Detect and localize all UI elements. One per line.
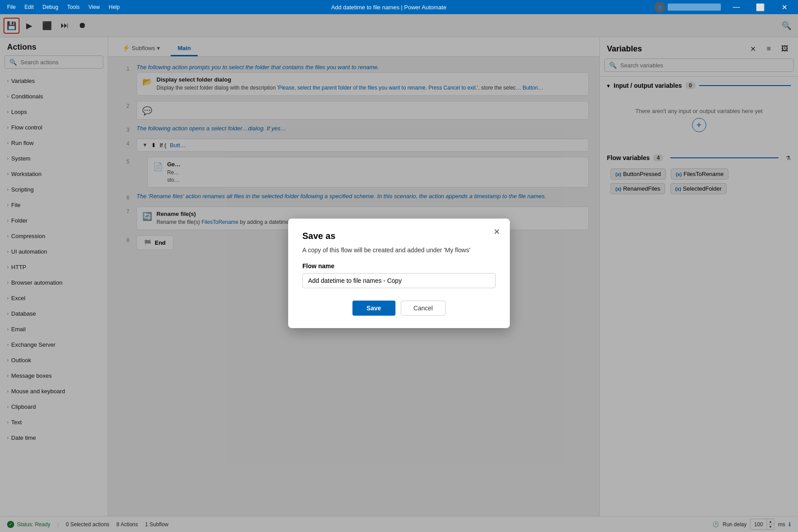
titlebar-menu: File Edit Debug Tools View Help (4, 2, 123, 12)
modal-buttons: Save Cancel (302, 301, 496, 316)
save-modal-button[interactable]: Save (352, 301, 395, 316)
maximize-button[interactable]: ⬜ (750, 0, 771, 14)
save-as-modal: Save as ✕ A copy of this flow will be cr… (288, 219, 510, 328)
modal-title: Save as (302, 231, 496, 241)
titlebar-left: File Edit Debug Tools View Help (4, 2, 123, 12)
window-controls: — ⬜ ✕ (726, 0, 794, 14)
close-button[interactable]: ✕ (774, 0, 794, 14)
user-name (668, 4, 721, 11)
user-avatar: 👤 (654, 2, 665, 12)
menu-debug[interactable]: Debug (39, 2, 62, 12)
menu-view[interactable]: View (85, 2, 103, 12)
modal-description: A copy of this flow will be created and … (302, 246, 496, 254)
flow-name-label: Flow name (302, 262, 496, 270)
user-info: 👤 (654, 2, 721, 12)
titlebar: File Edit Debug Tools View Help Add date… (0, 0, 798, 14)
minimize-button[interactable]: — (726, 0, 747, 14)
flow-name-input[interactable] (302, 273, 496, 288)
cancel-modal-button[interactable]: Cancel (401, 301, 446, 316)
modal-overlay: Save as ✕ A copy of this flow will be cr… (0, 14, 798, 532)
menu-tools[interactable]: Tools (63, 2, 83, 12)
menu-file[interactable]: File (4, 2, 19, 12)
menu-help[interactable]: Help (105, 2, 123, 12)
app-title: Add datetime to file names | Power Autom… (331, 4, 446, 11)
menu-edit[interactable]: Edit (21, 2, 37, 12)
modal-close-button[interactable]: ✕ (490, 226, 503, 238)
